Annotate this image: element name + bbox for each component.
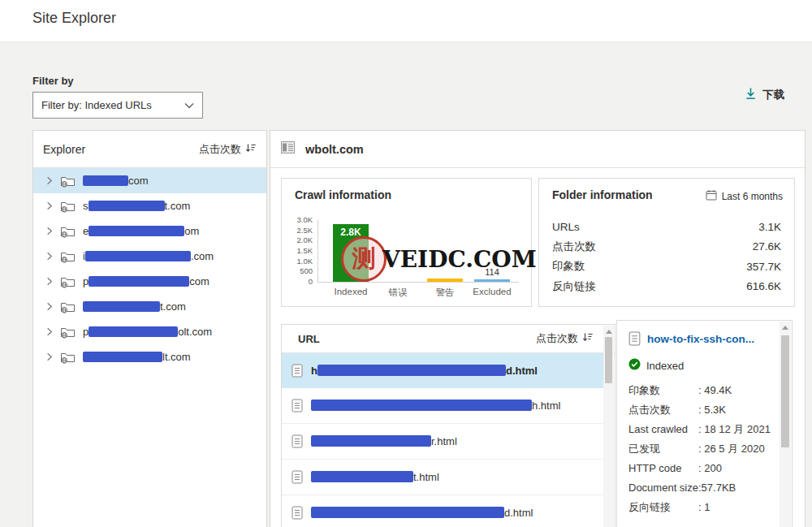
explorer-tree-item[interactable]: pcom xyxy=(33,269,266,294)
stat-value: 57.7KB xyxy=(702,481,771,495)
explorer-header: Explorer 点击次数 xyxy=(33,131,266,168)
document-icon xyxy=(292,470,303,484)
detail-stat-row: 已发现: 26 5 月 2020 xyxy=(628,442,771,456)
x-axis-line xyxy=(317,282,519,283)
url-row[interactable]: d.html xyxy=(282,495,613,527)
stat-value: : 200 xyxy=(698,461,771,476)
redacted-text xyxy=(89,201,165,211)
explorer-sort-label: 点击次数 xyxy=(199,142,241,157)
explorer-tree-item[interactable]: polt.com xyxy=(33,319,266,344)
sort-descending-icon xyxy=(582,332,594,345)
period-label: Last 6 months xyxy=(722,191,783,202)
url-table: URL 点击次数 hd.htmlh.htmlr.htmlt.htmld.html xyxy=(281,324,615,527)
url-row[interactable]: t.html xyxy=(282,460,613,495)
document-icon xyxy=(292,399,303,413)
bar-value-label: 114 xyxy=(474,267,510,277)
site-header: wbolt.com xyxy=(270,131,805,168)
explorer-sort-control[interactable]: 点击次数 xyxy=(199,142,257,157)
folder-globe-icon xyxy=(60,275,76,288)
url-scrollbar-thumb[interactable] xyxy=(605,337,612,383)
url-label: t.html xyxy=(311,471,439,483)
document-icon xyxy=(292,506,303,520)
detail-scrollbar-thumb[interactable] xyxy=(781,335,789,447)
chart-bar xyxy=(427,279,463,282)
stat-value: 27.6K xyxy=(753,240,781,253)
y-axis-tick: 1.0K xyxy=(285,257,313,266)
url-sort-control[interactable]: 点击次数 xyxy=(536,331,594,346)
folder-globe-icon xyxy=(60,300,76,313)
download-button[interactable]: 下载 xyxy=(745,87,784,102)
explorer-tree-item[interactable]: st.com xyxy=(33,193,266,218)
stat-value: 3.1K xyxy=(758,221,781,233)
folder-globe-icon xyxy=(60,200,76,213)
expand-chevron-icon[interactable] xyxy=(44,275,56,287)
site-detail-panel: wbolt.com Crawl information 3.0K2.5K2.0K… xyxy=(270,130,806,527)
filter-by-label: Filter by xyxy=(32,75,74,87)
document-icon xyxy=(292,364,303,378)
stat-value: 616.6K xyxy=(746,280,781,292)
explorer-tree-item[interactable]: eom xyxy=(33,218,266,244)
redacted-text xyxy=(311,507,504,518)
url-row[interactable]: r.html xyxy=(282,424,613,460)
redacted-text xyxy=(89,276,189,287)
expand-chevron-icon[interactable] xyxy=(44,351,56,363)
stat-label: 点击次数 xyxy=(628,403,698,417)
detail-stat-row: 反向链接: 1 xyxy=(628,500,771,515)
expand-chevron-icon[interactable] xyxy=(44,250,56,262)
expand-chevron-icon[interactable] xyxy=(44,175,56,187)
folder-globe-icon xyxy=(60,351,76,364)
period-selector[interactable]: Last 6 months xyxy=(706,189,783,203)
explorer-tree-item[interactable]: lt.com xyxy=(33,344,266,369)
scroll-up-arrow-icon[interactable] xyxy=(606,330,612,334)
site-label: com xyxy=(83,175,149,187)
detail-stat-row: 点击次数: 5.3K xyxy=(628,403,771,417)
url-label: hd.html xyxy=(311,365,538,377)
document-icon xyxy=(292,434,303,448)
expand-chevron-icon[interactable] xyxy=(44,326,56,338)
folder-information-card: Folder information Last 6 months URLs3.1… xyxy=(538,178,795,307)
explorer-tree-item[interactable]: t.com xyxy=(33,294,266,319)
document-icon xyxy=(628,331,641,346)
detail-title-row: how-to-fix-ssh-con... xyxy=(628,331,771,346)
redacted-text xyxy=(317,365,506,376)
detail-stat-row: Last crawled: 18 12 月 2021 xyxy=(628,422,771,437)
site-label: i.com xyxy=(83,250,214,262)
explorer-tree-item[interactable]: com xyxy=(33,168,266,193)
filter-dropdown-value: Filter by: Indexed URLs xyxy=(41,99,152,111)
expand-chevron-icon[interactable] xyxy=(44,200,56,212)
site-name: wbolt.com xyxy=(305,143,364,156)
detail-scrollbar[interactable] xyxy=(780,322,791,527)
stat-label: URLs xyxy=(552,221,580,233)
detail-stats: 印象数: 49.4K点击次数: 5.3KLast crawled: 18 12 … xyxy=(628,383,771,515)
expand-chevron-icon[interactable] xyxy=(44,225,56,237)
site-label: pcom xyxy=(83,275,209,287)
url-scrollbar[interactable] xyxy=(603,326,614,527)
folder-stat-row: 印象数357.7K xyxy=(552,257,781,277)
expand-chevron-icon[interactable] xyxy=(44,300,56,313)
detail-stat-row: 印象数: 49.4K xyxy=(628,383,771,398)
stat-label: 印象数 xyxy=(628,383,698,398)
url-label: d.html xyxy=(311,507,533,519)
y-axis-tick: 3.0K xyxy=(285,216,313,224)
detail-url-link[interactable]: how-to-fix-ssh-con... xyxy=(647,333,754,345)
explorer-tree-item[interactable]: i.com xyxy=(33,244,266,269)
redacted-text xyxy=(83,301,160,312)
detail-stat-row: HTTP code: 200 xyxy=(628,461,771,476)
redacted-text xyxy=(311,400,532,411)
redacted-text xyxy=(83,352,162,362)
folder-globe-icon xyxy=(60,225,76,238)
folder-stat-row: 反向链接616.6K xyxy=(552,277,781,297)
url-row[interactable]: hd.html xyxy=(282,353,613,388)
redacted-text xyxy=(311,435,431,447)
stat-value: : 5.3K xyxy=(698,403,771,417)
redacted-text xyxy=(83,175,128,186)
scroll-up-arrow-icon[interactable] xyxy=(782,326,788,330)
filter-dropdown[interactable]: Filter by: Indexed URLs xyxy=(32,92,203,119)
site-label: eom xyxy=(83,225,199,237)
x-axis-label: Excluded xyxy=(461,287,523,296)
url-row[interactable]: h.html xyxy=(282,388,613,424)
folder-stat-row: URLs3.1K xyxy=(552,217,781,237)
index-status-label: Indexed xyxy=(646,360,684,372)
stat-label: Document size: xyxy=(628,481,702,495)
stat-value: : 18 12 月 2021 xyxy=(698,422,771,437)
